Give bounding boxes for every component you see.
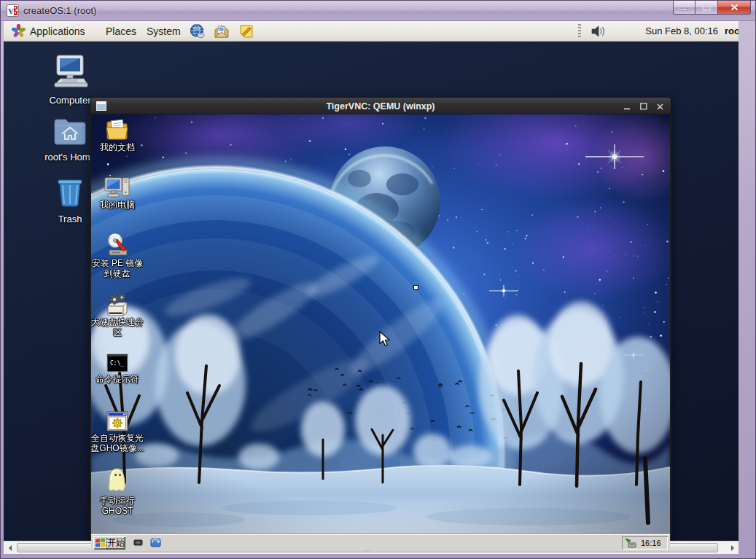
quicklaunch-blue-app-icon[interactable] (149, 536, 162, 549)
tray-clock: 16:16 (641, 539, 661, 547)
xp-desktop[interactable]: 我的文档 我的电脑 (91, 114, 670, 550)
quick-partition-icon (105, 293, 130, 316)
viewer-close-button[interactable] (717, 1, 751, 15)
system-menu[interactable]: System (141, 21, 186, 41)
scroll-right-button[interactable] (726, 542, 739, 554)
home-folder-icon (52, 116, 87, 146)
xp-icon-run-ghost[interactable]: 手动运行 GHOST (91, 467, 152, 516)
places-menu[interactable]: Places (101, 21, 141, 41)
web-browser-launcher-icon[interactable] (190, 23, 206, 39)
xp-icon-label: 我的电脑 (91, 200, 152, 210)
volume-icon[interactable] (591, 25, 607, 38)
scroll-left-button[interactable] (4, 542, 16, 554)
distro-logo-icon (12, 24, 26, 38)
xp-icon-label: 全自动恢复光 盘GHO镜像... (91, 433, 152, 453)
system-menu-label: System (147, 26, 181, 37)
xp-icon-label: 手动运行 GHOST (91, 496, 152, 516)
xp-icon-quick-partition[interactable]: 大硬盘快速分 区 (91, 293, 152, 337)
viewer-maximize-button[interactable] (695, 1, 717, 15)
vnc-app-icon: V (7, 4, 19, 17)
tigervnc-window-title: TigerVNC: QEMU (winxp) (90, 101, 671, 112)
svg-text:V: V (8, 7, 14, 15)
panel-drag-handle[interactable] (578, 24, 581, 39)
trash-icon (54, 176, 86, 208)
install-pe-icon (105, 232, 130, 257)
xp-icon-label: 我的文档 (91, 142, 152, 152)
quicklaunch-chip-icon[interactable] (132, 536, 144, 549)
xp-taskbar[interactable]: 开始 (91, 533, 670, 550)
gnome-desktop[interactable]: Computer root's Home Trash (4, 42, 739, 541)
xp-start-button[interactable]: 开始 (93, 536, 125, 550)
panel-username[interactable]: root (725, 26, 739, 36)
tigervnc-minimize-button[interactable] (621, 101, 633, 112)
viewer-window-title: createOS:1 (root) (23, 5, 96, 16)
viewer-content: Applications Places System (4, 21, 739, 554)
computer-icon (52, 55, 88, 90)
email-launcher-icon[interactable] (214, 23, 230, 39)
command-prompt-icon: C:\_ (106, 353, 129, 373)
xp-icon-gho-recovery[interactable]: 全自动恢复光 盘GHO镜像... (91, 410, 152, 453)
vnc-viewer-window: V createOS:1 (root) (0, 0, 756, 559)
xp-icon-label: 安装 PE 镜像 到硬盘 (91, 258, 152, 278)
xp-icon-label: 命令提示符 (91, 374, 152, 384)
tigervnc-window: TigerVNC: QEMU (winxp) (90, 97, 671, 552)
xp-icon-my-documents[interactable]: 我的文档 (91, 118, 152, 152)
remote-cursor-dot (413, 285, 418, 290)
viewer-minimize-button[interactable] (673, 1, 695, 15)
start-button-label: 开始 (107, 539, 125, 548)
xp-icon-command-prompt[interactable]: C:\_ 命令提示符 (91, 353, 152, 384)
svg-text:C:\_: C:\_ (110, 360, 124, 367)
xp-icon-label: 大硬盘快速分 区 (91, 317, 152, 337)
panel-clock[interactable]: Sun Feb 8, 00:16 (645, 26, 718, 36)
applications-menu-label: Applications (30, 26, 85, 37)
gnome-panel: Applications Places System (4, 21, 739, 42)
xp-system-tray[interactable]: 16:16 (622, 536, 668, 550)
tigervnc-maximize-button[interactable] (638, 101, 650, 112)
tray-hardware-icon[interactable] (625, 538, 636, 548)
places-menu-label: Places (106, 26, 136, 37)
xp-icon-install-pe[interactable]: 安装 PE 镜像 到硬盘 (91, 232, 152, 278)
windows-flag-icon (96, 538, 105, 547)
applications-menu[interactable]: Applications (7, 21, 90, 41)
vnc-viewer-titlebar[interactable]: V createOS:1 (root) (1, 1, 755, 21)
my-documents-icon (105, 118, 130, 141)
gho-recovery-icon (105, 410, 130, 432)
tigervnc-titlebar[interactable]: TigerVNC: QEMU (winxp) (90, 97, 671, 114)
my-computer-icon (104, 176, 130, 199)
notes-launcher-icon[interactable] (238, 23, 254, 39)
tigervnc-close-button[interactable] (654, 101, 666, 112)
xp-icon-my-computer[interactable]: 我的电脑 (91, 176, 152, 210)
ghost-icon (104, 467, 131, 495)
mouse-cursor (379, 331, 390, 348)
